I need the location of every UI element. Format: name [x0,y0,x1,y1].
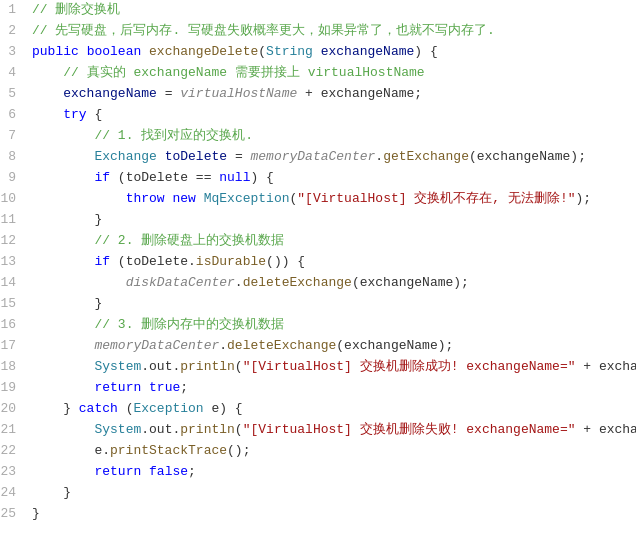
line-number: 6 [0,105,32,126]
token-plain: .out. [141,422,180,437]
line-number: 17 [0,336,32,357]
line-number: 24 [0,483,32,504]
line-number: 2 [0,21,32,42]
token-method: exchangeDelete [149,44,258,59]
code-row: 18 System.out.println("[VirtualHost] 交换机… [0,357,636,378]
line-code: } [32,294,636,315]
line-code: System.out.println("[VirtualHost] 交换机删除失… [32,420,636,441]
token-plain [32,380,94,395]
token-plain: ; [188,464,196,479]
token-italic: diskDataCenter [126,275,235,290]
token-keyword: false [149,464,188,479]
line-number: 8 [0,147,32,168]
token-keyword: try [63,107,86,122]
token-plain [32,338,94,353]
line-code: } [32,504,636,525]
token-plain [196,191,204,206]
line-number: 25 [0,504,32,525]
token-type: System [94,422,141,437]
token-plain [32,107,63,122]
code-row: 7 // 1. 找到对应的交换机. [0,126,636,147]
token-plain: ( [118,401,134,416]
token-plain: } [32,506,40,521]
token-plain: ( [235,422,243,437]
line-code: // 1. 找到对应的交换机. [32,126,636,147]
code-row: 21 System.out.println("[VirtualHost] 交换机… [0,420,636,441]
token-plain [32,170,94,185]
token-plain [313,44,321,59]
token-plain: + exchang [576,359,636,374]
token-keyword: throw [126,191,165,206]
token-type: Exchange [94,149,156,164]
code-row: 15 } [0,294,636,315]
token-plain [32,191,126,206]
code-row: 11 } [0,210,636,231]
token-plain [141,464,149,479]
token-comment: // 3. 删除内存中的交换机数据 [94,317,284,332]
token-plain: } [32,296,102,311]
token-plain: (exchangeName); [336,338,453,353]
token-variable: exchangeName [63,86,157,101]
code-row: 19 return true; [0,378,636,399]
line-code: } [32,210,636,231]
token-keyword: boolean [87,44,142,59]
line-code: if (toDelete.isDurable()) { [32,252,636,273]
line-number: 23 [0,462,32,483]
code-row: 3public boolean exchangeDelete(String ex… [0,42,636,63]
line-number: 14 [0,273,32,294]
line-code: try { [32,105,636,126]
line-code: // 先写硬盘，后写内存. 写硬盘失败概率更大，如果异常了，也就不写内存了. [32,21,636,42]
line-number: 7 [0,126,32,147]
token-method: println [180,359,235,374]
token-plain: . [235,275,243,290]
line-code: System.out.println("[VirtualHost] 交换机删除成… [32,357,636,378]
token-plain: ( [258,44,266,59]
token-keyword: return [94,380,141,395]
line-number: 19 [0,378,32,399]
token-plain: . [375,149,383,164]
token-method: getExchange [383,149,469,164]
code-row: 12 // 2. 删除硬盘上的交换机数据 [0,231,636,252]
token-plain: + exchang [576,422,636,437]
token-string: "[VirtualHost] 交换机删除成功! exchangeName=" [243,359,576,374]
token-plain [141,44,149,59]
token-comment: // 真实的 exchangeName 需要拼接上 virtualHostNam… [63,65,424,80]
line-code: public boolean exchangeDelete(String exc… [32,42,636,63]
line-number: 13 [0,252,32,273]
line-code: memoryDataCenter.deleteExchange(exchange… [32,336,636,357]
line-code: // 真实的 exchangeName 需要拼接上 virtualHostNam… [32,63,636,84]
token-type: MqException [204,191,290,206]
token-keyword: null [219,170,250,185]
token-plain [32,254,94,269]
token-plain: ) { [414,44,437,59]
token-keyword: public [32,44,79,59]
token-plain: . [219,338,227,353]
code-row: 4 // 真实的 exchangeName 需要拼接上 virtualHostN… [0,63,636,84]
line-code: exchangeName = virtualHostName + exchang… [32,84,636,105]
token-type: System [94,359,141,374]
token-plain: (exchangeName); [352,275,469,290]
code-row: 10 throw new MqException("[VirtualHost] … [0,189,636,210]
line-code: // 3. 删除内存中的交换机数据 [32,315,636,336]
line-code: if (toDelete == null) { [32,168,636,189]
code-row: 5 exchangeName = virtualHostName + excha… [0,84,636,105]
token-keyword: if [94,170,110,185]
token-plain: = [157,86,180,101]
token-plain: + exchangeName; [297,86,422,101]
token-italic: memoryDataCenter [250,149,375,164]
token-keyword: true [149,380,180,395]
line-number: 3 [0,42,32,63]
code-content: 1// 删除交换机2// 先写硬盘，后写内存. 写硬盘失败概率更大，如果异常了，… [0,0,636,525]
token-plain [32,149,94,164]
token-keyword: return [94,464,141,479]
code-row: 17 memoryDataCenter.deleteExchange(excha… [0,336,636,357]
token-plain [32,359,94,374]
code-row: 6 try { [0,105,636,126]
code-editor: 1// 删除交换机2// 先写硬盘，后写内存. 写硬盘失败概率更大，如果异常了，… [0,0,636,541]
code-row: 20 } catch (Exception e) { [0,399,636,420]
line-number: 12 [0,231,32,252]
line-code: return false; [32,462,636,483]
token-plain: ; [180,380,188,395]
line-number: 18 [0,357,32,378]
token-plain: } [32,485,71,500]
